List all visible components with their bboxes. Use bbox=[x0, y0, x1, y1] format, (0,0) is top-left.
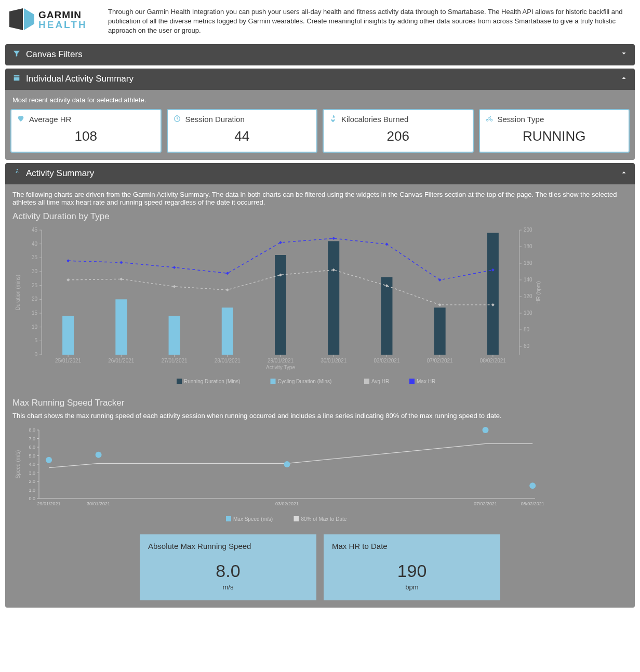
svg-text:HR (bpm): HR (bpm) bbox=[536, 281, 541, 303]
svg-rect-51 bbox=[115, 299, 127, 355]
svg-rect-47 bbox=[381, 277, 392, 354]
activity-summary-header[interactable]: Activity Summary bbox=[5, 163, 635, 184]
running-icon bbox=[12, 168, 21, 179]
svg-text:03/02/2021: 03/02/2021 bbox=[374, 358, 399, 364]
btile-value: 8.0 bbox=[148, 561, 308, 581]
btile-title: Max HR to Date bbox=[332, 542, 492, 550]
svg-point-106 bbox=[483, 427, 489, 433]
svg-text:5: 5 bbox=[34, 338, 37, 343]
svg-text:15: 15 bbox=[32, 310, 38, 316]
svg-rect-53 bbox=[222, 307, 233, 355]
svg-rect-81 bbox=[409, 379, 415, 384]
svg-text:4.0: 4.0 bbox=[29, 462, 35, 467]
brand-text-bottom: HEALTH bbox=[38, 19, 87, 30]
svg-point-107 bbox=[529, 482, 536, 489]
brand-text-top: GARMIN bbox=[38, 9, 82, 20]
btile-unit: bpm bbox=[332, 583, 492, 591]
svg-text:200: 200 bbox=[524, 227, 532, 233]
btile-title: Absolute Max Running Speed bbox=[148, 542, 308, 550]
tile-abs-max-speed: Absolute Max Running Speed 8.0 m/s bbox=[140, 534, 316, 600]
svg-rect-114 bbox=[226, 516, 231, 521]
svg-rect-46 bbox=[328, 241, 339, 355]
svg-text:08/02/2021: 08/02/2021 bbox=[521, 501, 544, 506]
section-individual-activity: Individual Activity Summary Most recent … bbox=[5, 69, 635, 160]
tile-label: Session Type bbox=[498, 115, 544, 124]
bottom-tiles: Absolute Max Running Speed 8.0 m/s Max H… bbox=[10, 534, 630, 600]
canvas-filters-title: Canvas Filters bbox=[26, 49, 83, 60]
svg-text:60: 60 bbox=[524, 343, 530, 349]
page-header: GARMIN HEALTH Through our Garmin Health … bbox=[5, 5, 635, 41]
svg-text:6.0: 6.0 bbox=[29, 445, 35, 450]
svg-text:0.0: 0.0 bbox=[29, 496, 35, 501]
tile-value: RUNNING bbox=[485, 128, 624, 144]
svg-text:0: 0 bbox=[34, 352, 37, 357]
individual-activity-header[interactable]: Individual Activity Summary bbox=[5, 69, 635, 90]
svg-text:03/02/2021: 03/02/2021 bbox=[275, 501, 299, 506]
tile-value: 44 bbox=[173, 128, 312, 144]
tile-average-hr: Average HR 108 bbox=[10, 109, 162, 153]
svg-text:160: 160 bbox=[524, 260, 532, 266]
svg-text:Cycling Duration (Mins): Cycling Duration (Mins) bbox=[278, 379, 332, 384]
tile-session-type: Session Type RUNNING bbox=[479, 109, 630, 153]
svg-text:45: 45 bbox=[32, 227, 38, 233]
chart-activity-duration: 0510152025303540456080100120140160180200… bbox=[10, 225, 630, 387]
svg-text:07/02/2021: 07/02/2021 bbox=[427, 358, 453, 364]
svg-text:07/02/2021: 07/02/2021 bbox=[474, 501, 497, 506]
section-activity-summary: Activity Summary The following charts ar… bbox=[5, 163, 635, 608]
bike-icon bbox=[485, 114, 494, 124]
svg-text:3.0: 3.0 bbox=[29, 470, 35, 475]
heart-icon bbox=[17, 114, 25, 124]
svg-text:180: 180 bbox=[524, 244, 532, 249]
tile-value: 108 bbox=[17, 128, 155, 144]
svg-rect-48 bbox=[434, 307, 446, 355]
tile-max-hr: Max HR to Date 190 bpm bbox=[324, 534, 500, 600]
svg-point-103 bbox=[46, 457, 52, 463]
svg-text:120: 120 bbox=[524, 293, 532, 299]
svg-text:140: 140 bbox=[524, 277, 532, 283]
svg-rect-52 bbox=[169, 316, 180, 355]
tile-value: 206 bbox=[329, 128, 468, 144]
chevron-up-icon bbox=[620, 168, 628, 179]
svg-rect-50 bbox=[62, 316, 74, 355]
filter-icon bbox=[12, 49, 21, 60]
chart1-title: Activity Duration by Type bbox=[12, 211, 628, 222]
svg-rect-77 bbox=[271, 379, 276, 384]
tile-label: Average HR bbox=[29, 115, 71, 124]
svg-text:20: 20 bbox=[32, 296, 38, 302]
svg-text:30/01/2021: 30/01/2021 bbox=[321, 358, 346, 364]
svg-text:80: 80 bbox=[524, 327, 530, 332]
svg-rect-49 bbox=[487, 233, 499, 355]
chart-max-speed: 0.01.02.03.04.05.06.07.08.029/01/202130/… bbox=[10, 426, 630, 526]
tile-session-duration: Session Duration 44 bbox=[167, 109, 318, 153]
svg-text:Max Speed (m/s): Max Speed (m/s) bbox=[233, 516, 273, 522]
logo-mark-icon bbox=[9, 8, 34, 30]
svg-rect-45 bbox=[275, 255, 286, 355]
brand-logo: GARMIN HEALTH bbox=[8, 7, 101, 31]
chevron-down-icon bbox=[620, 49, 628, 60]
svg-text:30: 30 bbox=[32, 268, 38, 274]
svg-point-104 bbox=[96, 452, 102, 458]
svg-text:Duration (mins): Duration (mins) bbox=[15, 274, 21, 310]
svg-text:35: 35 bbox=[32, 254, 38, 260]
individual-note: Most recent activity data for selected a… bbox=[12, 96, 628, 104]
fire-icon bbox=[329, 114, 337, 124]
svg-rect-79 bbox=[364, 379, 369, 384]
activity-summary-title: Activity Summary bbox=[26, 168, 94, 179]
svg-marker-1 bbox=[24, 8, 34, 30]
svg-text:08/02/2021: 08/02/2021 bbox=[480, 358, 506, 364]
svg-text:7.0: 7.0 bbox=[29, 436, 35, 441]
svg-text:5.0: 5.0 bbox=[29, 453, 35, 458]
svg-text:29/01/2021: 29/01/2021 bbox=[268, 358, 294, 364]
svg-text:100: 100 bbox=[524, 310, 532, 316]
svg-text:27/01/2021: 27/01/2021 bbox=[162, 358, 188, 364]
activity-note: The following charts are driven from the… bbox=[12, 191, 628, 206]
svg-text:8.0: 8.0 bbox=[29, 427, 35, 433]
chart2-note: This chart shows the max running speed o… bbox=[12, 411, 628, 421]
svg-text:10: 10 bbox=[32, 324, 38, 329]
chart2-title: Max Running Speed Tracker bbox=[12, 398, 628, 408]
svg-text:Running Duration (Mins): Running Duration (Mins) bbox=[184, 379, 240, 384]
tile-label: Kilocalories Burned bbox=[341, 115, 408, 124]
tile-kilocalories: Kilocalories Burned 206 bbox=[323, 109, 474, 153]
intro-text: Through our Garmin Health Integration yo… bbox=[108, 7, 635, 36]
canvas-filters-header[interactable]: Canvas Filters bbox=[5, 44, 635, 65]
